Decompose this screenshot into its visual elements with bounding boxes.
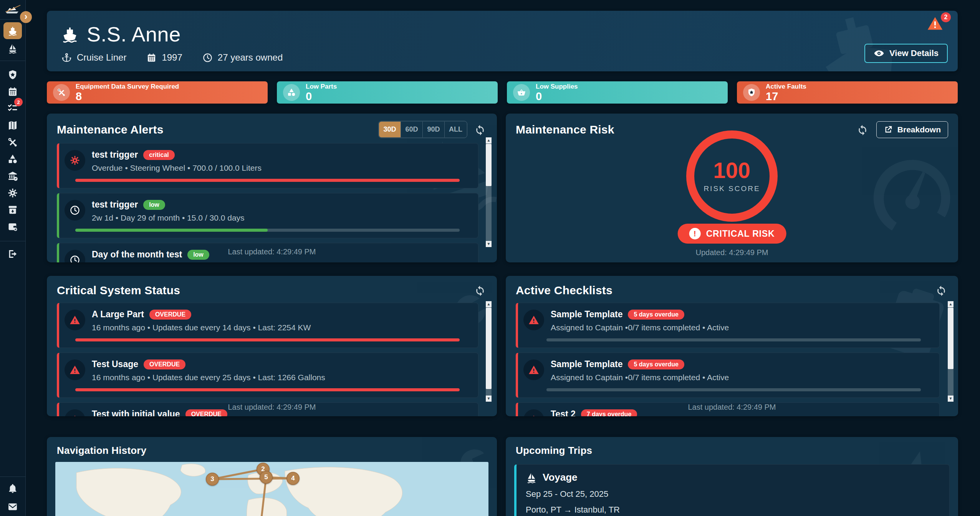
sidebar-item-finance[interactable] [3, 218, 22, 235]
route-marker[interactable]: 4 [286, 472, 300, 485]
sidebar-item-maintenance[interactable] [3, 134, 22, 151]
trip-route: Porto, PT → Istanbul, TR [526, 505, 940, 515]
panel-title: Critical System Status [57, 284, 180, 297]
sidebar-expand-button[interactable]: › [20, 11, 32, 23]
active-checklists-panel: Active Checklists Sample Template 5 days… [506, 276, 958, 416]
checklist-item[interactable]: Sample Template 5 days overdue Assigned … [516, 303, 940, 348]
sidebar-item-logout[interactable] [3, 246, 22, 262]
header-alert-indicator[interactable]: 2 [926, 15, 946, 33]
checklist-details: Assigned to Captain •0/7 items completed… [551, 323, 729, 332]
sidebar-item-vessel[interactable] [3, 22, 22, 39]
risk-updated: Updated: 4:29:49 PM [506, 248, 958, 257]
stat-value: 8 [76, 91, 179, 102]
sidebar-item-messages[interactable] [3, 498, 22, 515]
gear-icon [65, 150, 85, 171]
overdue-badge: OVERDUE [149, 310, 191, 320]
warning-triangle-icon [523, 359, 544, 380]
route-marker[interactable]: 3 [206, 473, 219, 486]
sidebar: › 2 [0, 0, 26, 516]
stat-active-faults[interactable]: Active Faults 17 [737, 81, 958, 104]
vessel-title: S.S. Anne [87, 22, 181, 46]
eye-icon [874, 48, 884, 59]
refresh-button[interactable] [856, 123, 869, 137]
trip-dates: Sep 25 - Oct 25, 2025 [526, 489, 940, 499]
panel-title: Navigation History [57, 445, 146, 457]
checklist-item[interactable]: Sample Template 5 days overdue Assigned … [516, 353, 940, 398]
anchor-icon [61, 53, 72, 63]
route-lines [55, 462, 488, 516]
sidebar-item-archive[interactable] [3, 201, 22, 218]
last-updated: Last updated: 4:29:49 PM [47, 403, 497, 412]
sidebar-item-fleet[interactable] [3, 40, 22, 57]
route-marker[interactable]: 5 [260, 471, 273, 484]
tab-30d[interactable]: 30D [379, 122, 401, 137]
severity-badge: low [143, 200, 165, 210]
stat-low-supplies[interactable]: Low Supplies 0 [507, 81, 728, 104]
item-details: 16 months ago • Updates due every 14 day… [92, 323, 311, 332]
stat-value: 17 [766, 91, 806, 102]
scrollbar[interactable]: ▲▼ [486, 137, 492, 247]
scrollbar[interactable]: ▲▼ [948, 301, 954, 402]
system-status-item[interactable]: Test Usage OVERDUE 16 months ago • Updat… [57, 353, 478, 398]
app-logo[interactable] [3, 2, 23, 16]
sidebar-item-compliance[interactable] [3, 168, 22, 185]
alert-details: 2w 1d • Day 29 of month • 15.0 / 30.0 da… [92, 213, 245, 223]
shield-icon [743, 84, 760, 101]
alert-count-badge: 2 [941, 12, 951, 22]
sidebar-item-notifications[interactable] [3, 480, 22, 497]
risk-score-ring: 100 RISK SCORE [686, 130, 778, 222]
refresh-button[interactable] [473, 284, 487, 297]
critical-system-status-panel: Critical System Status A Large Part OVER… [47, 276, 497, 416]
stat-equipment-survey[interactable]: Equipment Data Survey Required 8 [47, 81, 268, 104]
scrollbar[interactable]: ▲▼ [486, 301, 492, 402]
calendar-icon [146, 53, 157, 63]
exclamation-icon: ! [689, 228, 701, 239]
sidebar-item-inventory[interactable] [3, 151, 22, 168]
critical-risk-badge[interactable]: ! CRITICAL RISK [678, 224, 786, 244]
sidebar-item-logbook[interactable] [3, 117, 22, 134]
warning-triangle-icon [523, 310, 544, 330]
last-updated: Last updated: 4:29:49 PM [506, 403, 958, 412]
tab-60d[interactable]: 60D [401, 122, 423, 137]
overdue-badge: OVERDUE [144, 359, 185, 369]
alert-item[interactable]: test trigger low 2w 1d • Day 29 of month… [57, 193, 478, 238]
system-status-item[interactable]: A Large Part OVERDUE 16 months ago • Upd… [57, 303, 478, 348]
alert-item[interactable]: test trigger critical Overdue • Steering… [57, 143, 478, 188]
warning-triangle-icon [65, 310, 85, 330]
stat-label: Active Faults [766, 83, 806, 91]
progress-bar [75, 179, 460, 182]
trip-name: Voyage [543, 471, 578, 483]
refresh-button[interactable] [934, 284, 948, 297]
panel-title: Active Checklists [516, 284, 612, 297]
vessel-header: S.S. Anne Cruise Liner 1997 27 years own… [47, 11, 958, 71]
stat-low-parts[interactable]: Low Parts 0 [277, 81, 498, 104]
view-details-button[interactable]: View Details [864, 44, 948, 63]
checklist-title: Sample Template [551, 309, 622, 320]
tab-all[interactable]: ALL [445, 122, 467, 137]
vessel-ownership: 27 years owned [202, 52, 283, 63]
refresh-button[interactable] [473, 123, 487, 137]
breakdown-button[interactable]: Breakdown [876, 121, 948, 138]
item-title: Test Usage [92, 359, 138, 369]
checklist-title: Sample Template [551, 359, 622, 369]
warning-triangle-icon [65, 359, 85, 380]
tools-icon [53, 84, 70, 101]
world-map[interactable]: 2 3 5 4 [55, 462, 488, 516]
risk-score-label: RISK SCORE [704, 185, 760, 193]
sidebar-item-safety[interactable] [3, 66, 22, 83]
checklist-details: Assigned to Captain •0/7 items completed… [551, 373, 729, 382]
clock-icon [202, 53, 213, 63]
gauge-watermark [852, 134, 958, 250]
sidebar-item-settings[interactable] [3, 185, 22, 201]
checklist-count-badge: 2 [14, 98, 23, 106]
sailboat-icon [526, 472, 537, 483]
panel-title: Maintenance Risk [516, 123, 614, 136]
overdue-badge: 5 days overdue [628, 310, 684, 320]
clock-icon [65, 200, 85, 221]
item-details: 16 months ago • Updates due every 25 day… [92, 373, 325, 382]
trip-card[interactable]: Voyage Sep 25 - Oct 25, 2025 Porto, PT →… [514, 464, 950, 516]
sidebar-item-checklists[interactable]: 2 [3, 99, 22, 116]
vessel-type: Cruise Liner [61, 52, 126, 63]
maintenance-alerts-panel: Maintenance Alerts 30D 60D 90D ALL test … [47, 114, 497, 262]
tab-90d[interactable]: 90D [423, 122, 445, 137]
